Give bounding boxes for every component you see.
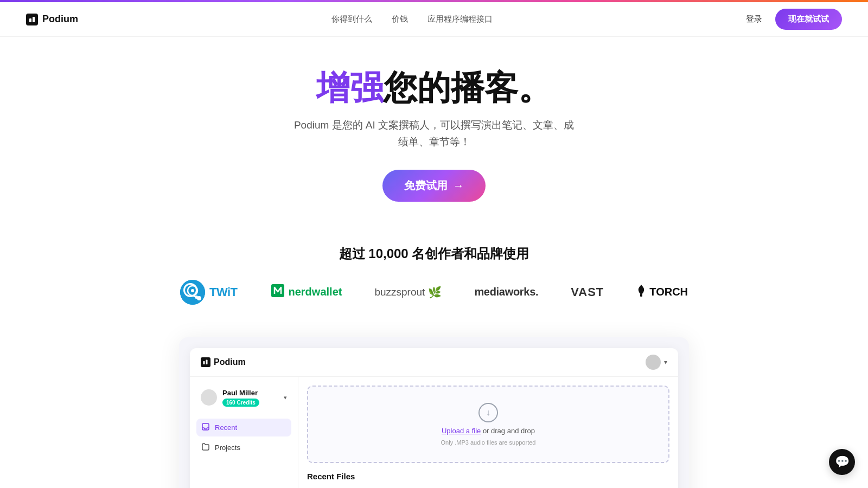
preview-top-bar: Podium ▾ (190, 348, 678, 377)
twit-circle-icon (180, 280, 205, 305)
preview-user-chevron-icon: ▾ (284, 394, 287, 401)
try-now-button[interactable]: 现在就试试 (775, 9, 842, 30)
hero-cta-arrow: → (453, 179, 464, 192)
svg-point-2 (180, 280, 205, 305)
nav-logo-icon (26, 14, 38, 25)
hero-headline: 增强您的播客。 (11, 69, 857, 106)
preview-avatar-area[interactable]: ▾ (646, 355, 667, 370)
preview-user-avatar (201, 389, 217, 406)
brand-twit: TWiT (180, 280, 238, 305)
hero-subtext: Podium 是您的 AI 文案撰稿人，可以撰写演出笔记、文章、成绩单、章节等！ (293, 117, 575, 150)
nav-links: 你得到什么 价钱 应用程序编程接口 (331, 14, 493, 24)
brand-buzzsprout: buzzsprout 🌿 (374, 286, 442, 299)
preview-window: Podium ▾ Paul Miller 160 Credits ▾ (190, 348, 678, 488)
nav-link-api[interactable]: 应用程序编程接口 (427, 14, 493, 24)
navbar: Podium 你得到什么 价钱 应用程序编程接口 登录 现在就试试 (0, 2, 868, 37)
chat-icon: 💬 (835, 455, 850, 469)
svg-rect-9 (203, 361, 205, 364)
nav-item-projects[interactable]: Projects (196, 439, 291, 457)
preview-logo-text: Podium (214, 357, 246, 367)
upload-or-drag: or drag and drop (481, 427, 535, 435)
nav-logo-text: Podium (42, 14, 78, 25)
hero-cta-label: 免费试用 (404, 178, 448, 193)
folder-icon (202, 443, 209, 452)
nav-logo: Podium (26, 14, 78, 25)
nav-link-pricing[interactable]: 价钱 (392, 14, 408, 24)
buzzsprout-icon: 🌿 (428, 286, 442, 299)
mediaworks-label: mediaworks. (474, 286, 538, 298)
preview-main: ↓ Upload a file or drag and drop Only .M… (298, 377, 678, 488)
preview-logo-icon (201, 357, 210, 367)
upload-text: Upload a file or drag and drop (442, 427, 535, 435)
svg-point-3 (188, 286, 197, 296)
svg-rect-1 (33, 17, 35, 22)
svg-rect-0 (29, 18, 31, 22)
svg-rect-10 (206, 359, 208, 364)
vast-label: VAST (571, 285, 604, 299)
hero-section: 增强您的播客。 Podium 是您的 AI 文案撰稿人，可以撰写演出笔记、文章、… (0, 37, 868, 223)
buzzsprout-label: buzzsprout (374, 286, 425, 298)
preview-credits-badge: 160 Credits (222, 399, 259, 407)
app-preview-container: Podium ▾ Paul Miller 160 Credits ▾ (179, 337, 689, 488)
hero-headline-highlight: 增强 (316, 69, 384, 106)
social-proof-heading: 超过 10,000 名创作者和品牌使用 (11, 245, 857, 262)
brand-nerdwallet: nerdwallet (270, 283, 342, 301)
torch-icon (636, 285, 646, 299)
social-proof-section: 超过 10,000 名创作者和品牌使用 TWiT (0, 223, 868, 318)
recent-files-label: Recent Files (307, 472, 669, 481)
nav-right: 登录 现在就试试 (746, 9, 842, 30)
upload-zone[interactable]: ↓ Upload a file or drag and drop Only .M… (307, 386, 669, 463)
torch-label: TORCH (649, 286, 688, 298)
brands-list: TWiT nerdwallet buzzsprout 🌿 mediaworks.… (11, 280, 857, 305)
preview-body: Paul Miller 160 Credits ▾ Recent (190, 377, 678, 488)
inbox-icon (202, 423, 209, 432)
login-button[interactable]: 登录 (746, 14, 762, 24)
svg-rect-8 (640, 294, 642, 297)
svg-point-4 (191, 289, 194, 292)
preview-user[interactable]: Paul Miller 160 Credits ▾ (196, 386, 291, 410)
download-icon: ↓ (478, 403, 498, 422)
hero-cta-button[interactable]: 免费试用 → (382, 170, 486, 202)
brand-torch: TORCH (636, 285, 688, 299)
nav-item-projects-label: Projects (215, 444, 240, 452)
chat-button[interactable]: 💬 (829, 449, 855, 475)
preview-logo: Podium (201, 357, 246, 367)
brand-mediaworks: mediaworks. (474, 286, 538, 298)
preview-sidebar: Paul Miller 160 Credits ▾ Recent (190, 377, 298, 488)
brand-vast: VAST (571, 285, 604, 299)
nav-item-recent[interactable]: Recent (196, 419, 291, 436)
hero-headline-rest: 您的播客。 (384, 69, 552, 106)
preview-avatar (646, 355, 661, 370)
nav-link-what-you-get[interactable]: 你得到什么 (331, 14, 372, 24)
nerdwallet-icon (270, 283, 285, 301)
nav-item-recent-label: Recent (215, 423, 237, 432)
upload-link[interactable]: Upload a file (442, 427, 481, 435)
upload-subtext: Only .MP3 audio files are supported (441, 439, 536, 446)
twit-label: TWiT (209, 285, 238, 299)
preview-chevron-icon: ▾ (664, 358, 667, 366)
nerdwallet-label: nerdwallet (289, 286, 342, 298)
preview-user-name: Paul Miller (222, 389, 278, 397)
preview-user-info: Paul Miller 160 Credits (222, 389, 278, 407)
